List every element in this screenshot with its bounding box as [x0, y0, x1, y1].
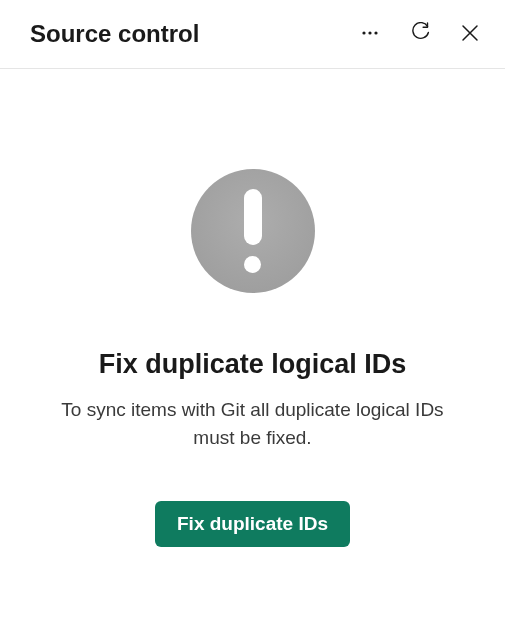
empty-state-title: Fix duplicate logical IDs: [99, 349, 407, 380]
close-button[interactable]: [457, 20, 483, 49]
header-actions: [356, 18, 483, 50]
close-icon: [461, 24, 479, 45]
panel-header: Source control: [0, 0, 505, 69]
exclaim-dot: [244, 256, 261, 273]
svg-point-2: [374, 31, 377, 34]
empty-state: Fix duplicate logical IDs To sync items …: [0, 69, 505, 547]
exclaim-bar: [244, 189, 262, 245]
svg-point-1: [368, 31, 371, 34]
refresh-button[interactable]: [406, 18, 435, 50]
panel-title: Source control: [30, 20, 199, 48]
warning-icon: [191, 169, 315, 293]
empty-state-description: To sync items with Git all duplicate log…: [53, 396, 453, 451]
svg-point-0: [362, 31, 365, 34]
more-options-button[interactable]: [356, 19, 384, 50]
refresh-icon: [410, 22, 431, 46]
more-horizontal-icon: [360, 23, 380, 46]
fix-duplicate-ids-button[interactable]: Fix duplicate IDs: [155, 501, 350, 547]
